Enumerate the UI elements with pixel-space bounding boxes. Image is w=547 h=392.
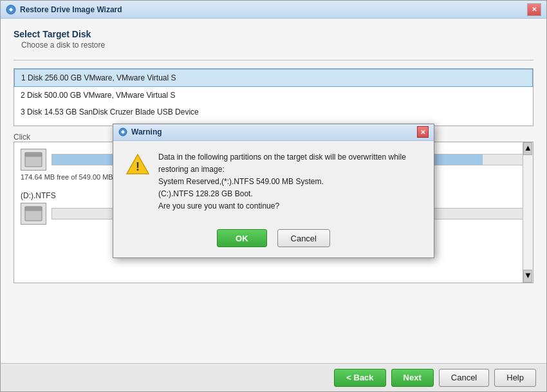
title-bar: Restore Drive Image Wizard ✕ bbox=[1, 1, 546, 19]
back-button[interactable]: < Back bbox=[334, 369, 385, 387]
dialog-message: Data in the following partitions on the … bbox=[158, 151, 406, 213]
warning-dialog: Warning ✕ ! Data in the following parti bbox=[113, 124, 434, 259]
dialog-buttons: OK Cancel bbox=[113, 223, 434, 257]
app-icon bbox=[6, 5, 16, 15]
window-title: Restore Drive Image Wizard bbox=[20, 5, 527, 14]
dialog-icon bbox=[118, 127, 127, 136]
main-window: Restore Drive Image Wizard ✕ Select Targ… bbox=[0, 0, 547, 392]
dialog-title-bar: Warning ✕ bbox=[113, 124, 434, 141]
dialog-close-button[interactable]: ✕ bbox=[417, 126, 429, 138]
bottom-bar: < Back Next Cancel Help bbox=[1, 363, 546, 391]
warning-icon: ! bbox=[126, 153, 149, 176]
dialog-ok-button[interactable]: OK bbox=[217, 229, 267, 247]
window-controls: ✕ bbox=[527, 3, 541, 16]
close-button[interactable]: ✕ bbox=[527, 3, 541, 16]
help-button[interactable]: Help bbox=[494, 369, 536, 387]
next-button[interactable]: Next bbox=[391, 369, 434, 387]
svg-text:!: ! bbox=[136, 160, 140, 173]
dialog-cancel-button[interactable]: Cancel bbox=[277, 229, 330, 247]
dialog-overlay: Warning ✕ ! Data in the following parti bbox=[1, 19, 546, 363]
main-content: Select Target Disk Choose a disk to rest… bbox=[1, 19, 546, 363]
dialog-content: ! Data in the following partitions on th… bbox=[113, 141, 434, 223]
dialog-title-text: Warning bbox=[131, 127, 417, 136]
cancel-button[interactable]: Cancel bbox=[439, 369, 489, 387]
